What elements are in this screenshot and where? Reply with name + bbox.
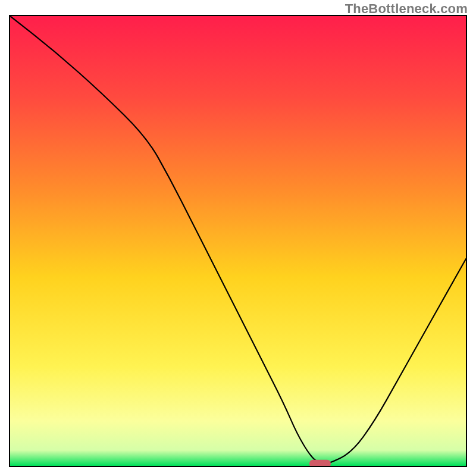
optimal-point-marker bbox=[309, 460, 331, 466]
bottleneck-chart bbox=[10, 16, 466, 466]
watermark-text: TheBottleneck.com bbox=[345, 1, 468, 17]
gradient-background bbox=[10, 16, 466, 466]
chart-frame bbox=[9, 15, 467, 467]
